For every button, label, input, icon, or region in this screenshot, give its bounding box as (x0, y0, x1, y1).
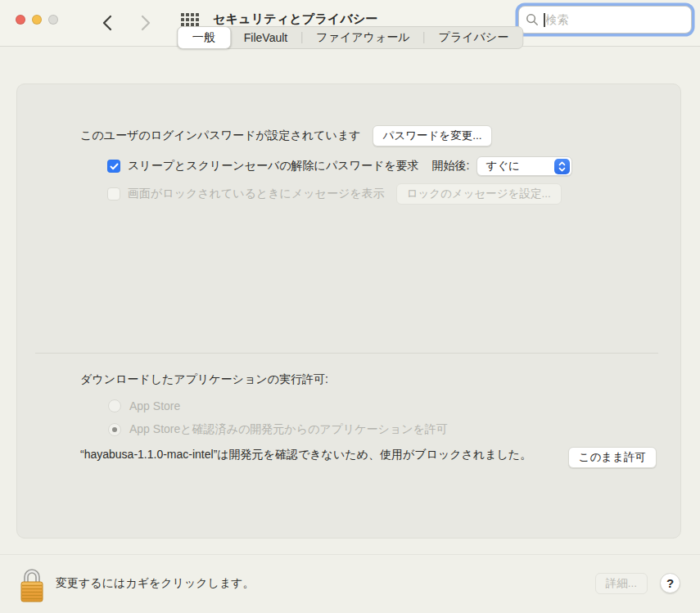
chevron-left-icon (102, 15, 112, 31)
app-store-radio-label: App Store (129, 399, 180, 412)
search-field[interactable] (518, 6, 692, 34)
blocked-app-text: “hayabusa-1.1.0-mac-intel”は開発元を確認できないため、… (80, 445, 558, 463)
zoom-window-button (48, 15, 58, 25)
identified-developers-radio-row: App Storeと確認済みの開発元からのアプリケーションを許可 (108, 422, 448, 437)
chevron-up-down-icon (554, 159, 570, 174)
tab-general[interactable]: 一般 (177, 26, 231, 49)
identified-developers-radio (108, 423, 121, 436)
app-store-radio (108, 399, 121, 412)
search-icon (526, 13, 539, 26)
advanced-button: 詳細... (595, 573, 648, 594)
allow-apps-row: ダウンロードしたアプリケーションの実行許可: (80, 372, 328, 387)
minimize-window-button[interactable] (32, 15, 42, 25)
tab-firewall[interactable]: ファイアウォール (302, 26, 423, 49)
app-store-radio-row: App Store (108, 399, 180, 412)
tab-filevault[interactable]: FileVault (230, 26, 301, 49)
lock-message-row: 画面がロックされているときにメッセージを表示 ロックのメッセージを設定... (107, 183, 562, 205)
checkmark-icon (110, 163, 119, 170)
footer-bar: 変更するにはカギをクリックします。 詳細... ? (0, 554, 700, 613)
chevron-right-icon (141, 15, 151, 31)
require-password-checkbox[interactable] (107, 160, 120, 173)
help-button[interactable]: ? (660, 573, 680, 593)
forward-button (134, 11, 157, 34)
delay-label: 開始後: (432, 159, 470, 174)
change-password-button[interactable]: パスワードを変更... (373, 125, 493, 146)
traffic-lights (16, 15, 58, 25)
unlock-hint-text: 変更するにはカギをクリックします。 (56, 576, 255, 591)
require-password-row: スリープとスクリーンセーバの解除にパスワードを要求 開始後: すぐに (107, 156, 572, 176)
tab-bar: 一般 FileVault ファイアウォール プライバシー (177, 26, 523, 49)
show-all-preferences-button[interactable] (181, 13, 199, 26)
search-input[interactable] (546, 13, 685, 26)
lock-icon[interactable] (18, 565, 46, 607)
back-button[interactable] (95, 11, 118, 34)
text-cursor (544, 13, 545, 27)
delay-select[interactable]: すぐに (476, 156, 572, 176)
window-title: セキュリティとプライバシー (213, 11, 378, 27)
require-password-label: スリープとスクリーンセーバの解除にパスワードを要求 (128, 159, 419, 174)
set-lock-message-button: ロックのメッセージを設定... (396, 183, 562, 205)
identified-developers-radio-label: App Storeと確認済みの開発元からのアプリケーションを許可 (129, 422, 448, 437)
login-password-row: このユーザのログインパスワードが設定されています パスワードを変更... (80, 125, 492, 146)
password-set-text: このユーザのログインパスワードが設定されています (80, 128, 361, 143)
close-window-button[interactable] (16, 15, 25, 25)
blocked-app-row: “hayabusa-1.1.0-mac-intel”は開発元を確認できないため、… (80, 445, 558, 463)
delay-select-value: すぐに (485, 159, 554, 174)
allow-apps-label: ダウンロードしたアプリケーションの実行許可: (80, 372, 328, 387)
section-divider (35, 353, 658, 354)
lock-message-checkbox (107, 187, 120, 201)
lock-message-label: 画面がロックされているときにメッセージを表示 (128, 187, 385, 201)
tab-privacy[interactable]: プライバシー (425, 26, 523, 49)
general-pane: このユーザのログインパスワードが設定されています パスワードを変更... スリー… (16, 83, 681, 539)
allow-anyway-button[interactable]: このまま許可 (568, 447, 657, 468)
